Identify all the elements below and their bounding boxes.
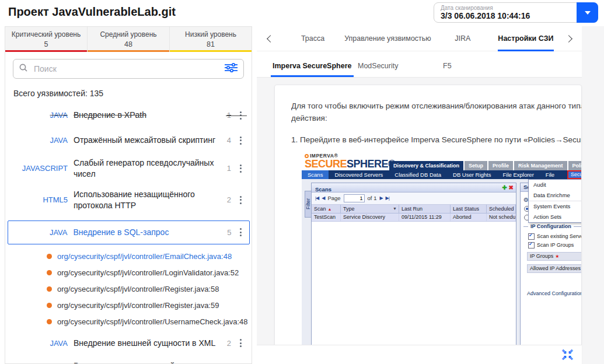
scan-date-value: 3/3 06.06.2018 10:44:16: [441, 11, 530, 20]
page-title: Проект JavaVulnerableLab.git: [8, 5, 176, 19]
vulnerability-file-link[interactable]: org/cysecurity/cspf/jvl/controller/Login…: [47, 268, 244, 277]
page-of-label: of 1: [368, 195, 377, 201]
scans-table-header: Scan▲Type▼Last RunLast StatusScheduled: [312, 205, 516, 214]
subtab-modsecurity[interactable]: ModSecurity: [356, 62, 441, 77]
severity-tab-count: 5: [5, 40, 87, 48]
required-star-icon: ★: [555, 254, 559, 259]
imperva-nav-tab: Scans: [302, 170, 329, 179]
language-tag: JAVASCRIPT: [13, 164, 68, 173]
file-path: org/cysecurity/cspf/jvl/controller/Usern…: [57, 317, 248, 326]
bullet-icon: [47, 319, 52, 324]
subtab-f5[interactable]: F5: [441, 62, 526, 77]
vulnerability-title: Слабый генератор псевдослучайных чисел: [74, 158, 221, 180]
scan-date-dropdown-button[interactable]: [577, 2, 598, 23]
vulnerability-row[interactable]: JAVAВнедрение в XPath1: [13, 107, 244, 123]
scans-cell: 09/11/2015 11:29: [399, 214, 451, 221]
imperva-screenshot: IMPERVA® SECURESPHERE® Discovery & Class…: [302, 153, 582, 355]
column-dropdown-icon: ▼: [393, 205, 397, 213]
vulnerability-title: Использование незащищённого протокола HT…: [74, 189, 221, 211]
severity-color-bar: [170, 50, 252, 52]
bullet-icon: [47, 254, 52, 259]
search-input[interactable]: [33, 64, 219, 74]
guide-paragraph-line1: Для того чтобы включить режим отслеживан…: [291, 100, 581, 113]
language-tag: JAVA: [13, 339, 68, 348]
filter-sliders-icon[interactable]: [224, 62, 238, 75]
tab-трасса[interactable]: Трасса: [281, 26, 344, 51]
scans-pagination: |◀ ◀ Page of 1 ▶ ▶|: [312, 192, 516, 205]
vulnerability-count: 4: [227, 136, 231, 145]
vulnerability-row[interactable]: JAVAВнутренняя утечка ценной информации9: [13, 360, 244, 364]
imperva-top-tabs: Discovery & ClassificationSetupProfileRi…: [389, 161, 582, 170]
imperva-policies-menu: AuditData EnrichmeSystem EventsAction Se…: [528, 179, 582, 223]
imperva-logo: IMPERVA® SECURESPHERE®: [305, 153, 396, 170]
imperva-menu-item: Audit: [529, 180, 582, 190]
subtab-imperva-securesphere[interactable]: Imperva SecureSphere: [271, 62, 356, 77]
vulnerability-row[interactable]: JAVAВнедрение внешней сущности в XML2: [13, 335, 244, 351]
vulnerability-title: Внедрение в XPath: [74, 110, 221, 121]
vulnerability-row[interactable]: JAVAВнедрение в SQL-запрос5: [8, 220, 250, 244]
scans-column-header: Scan▲: [312, 205, 341, 213]
scans-column-header: Type▼: [341, 205, 399, 213]
imperva-brand-small: IMPERVA®: [310, 153, 338, 159]
fieldset-legend: IP Configuration: [528, 223, 574, 229]
waf-subtabs: Imperva SecureSphereModSecurityF5: [257, 51, 582, 78]
vulnerability-file-link[interactable]: org/cysecurity/cspf/jvl/controller/Email…: [47, 252, 244, 261]
kebab-menu-icon[interactable]: [237, 338, 244, 348]
imperva-menu-item: System Events: [529, 201, 582, 212]
imperva-top-tab: Risk Management: [514, 161, 567, 170]
scans-cell: Not scheduled: [487, 214, 516, 221]
next-page-icon: ▶: [379, 195, 382, 201]
vulnerability-file-link[interactable]: org/cysecurity/cspf/jvl/controller/Regis…: [47, 285, 244, 293]
severity-tab[interactable]: Средний уровень48: [88, 27, 170, 52]
scans-panel-title: Scans: [312, 186, 331, 192]
app-root: Проект JavaVulnerableLab.git Дата сканир…: [0, 0, 604, 364]
vulnerability-file-link[interactable]: org/cysecurity/cspf/jvl/controller/Usern…: [47, 317, 244, 326]
tabs-scroll-right-icon[interactable]: [557, 26, 582, 51]
page-label: Page: [327, 195, 340, 201]
imperva-nav-tab: Discovered Servers: [329, 170, 389, 179]
severity-tab-label: Критический уровень: [5, 30, 87, 38]
vulnerability-row[interactable]: JAVAОтражённый межсайтовый скриптинг4: [13, 132, 244, 148]
vulnerability-count: 2: [227, 339, 231, 348]
vulnerability-title: Отражённый межсайтовый скриптинг: [74, 135, 221, 146]
vulnerability-row[interactable]: JAVASCRIPTСлабый генератор псевдослучайн…: [13, 158, 244, 180]
vulnerability-row[interactable]: HTML5Использование незащищённого протоко…: [13, 189, 244, 211]
detail-tabs: ТрассаУправление уязвимостьюJIRAНастройк…: [281, 26, 557, 51]
guide-step1: 1. Перейдите в веб-интерфейсе Imperva Se…: [291, 135, 581, 144]
imperva-nav-bar: ScansDiscovered ServersClassified DB Dat…: [302, 170, 582, 179]
detail-footer: ⇘⇙⇗⇖: [257, 345, 582, 364]
severity-color-bar: [5, 50, 87, 52]
tab-управление-уязвимостью[interactable]: Управление уязвимостью: [344, 26, 431, 51]
collapse-arrow: ⇖: [567, 355, 574, 361]
imperva-top-tab: Discovery & Classification: [389, 161, 463, 170]
brand-secure: SECURE: [305, 158, 347, 170]
advanced-configuration-link: Advanced Configuration: [527, 290, 582, 296]
imperva-top-tab: Setup: [465, 161, 487, 170]
collapse-icon[interactable]: ⇘⇙⇗⇖: [561, 348, 574, 361]
guide-card: Для того чтобы включить режим отслеживан…: [274, 85, 582, 364]
search-icon: [19, 63, 28, 75]
checkbox-checked-icon: [528, 242, 535, 249]
tab-настройки-сзи[interactable]: Настройки СЗИ: [494, 26, 557, 51]
caret-down-icon: [585, 11, 591, 15]
bullet-icon: [47, 270, 52, 275]
page-header: Проект JavaVulnerableLab.git Дата сканир…: [0, 0, 604, 26]
scan-date-label: Дата сканирования: [441, 5, 493, 11]
kebab-menu-icon[interactable]: [238, 227, 245, 237]
scans-column-header: Last Status: [451, 205, 487, 213]
guide-paragraph-line2: действия:: [291, 113, 581, 125]
severity-tab[interactable]: Низкий уровень81: [170, 27, 252, 52]
severity-tab[interactable]: Критический уровень5: [5, 27, 88, 52]
kebab-menu-icon[interactable]: [237, 110, 244, 121]
tabs-scroll-left-icon[interactable]: [257, 26, 281, 51]
scan-date-dropdown[interactable]: Дата сканирования 3/3 06.06.2018 10:44:1…: [434, 2, 598, 23]
vulnerability-count: 2: [227, 195, 231, 204]
tab-jira[interactable]: JIRA: [431, 26, 494, 51]
scans-cell: Service Discovery: [341, 214, 399, 221]
kebab-menu-icon[interactable]: [237, 163, 244, 174]
kebab-menu-icon[interactable]: [237, 135, 244, 146]
search-box[interactable]: [13, 59, 244, 79]
kebab-menu-icon[interactable]: [237, 195, 244, 205]
vulnerability-file-link[interactable]: org/cysecurity/cspf/jvl/controller/Regis…: [47, 301, 244, 310]
imperva-header: IMPERVA® SECURESPHERE® Discovery & Class…: [302, 153, 582, 170]
